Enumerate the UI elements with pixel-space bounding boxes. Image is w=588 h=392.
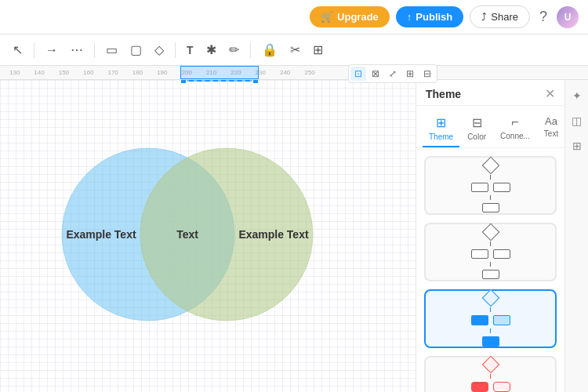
mini-diamond <box>481 355 499 373</box>
mini-rect <box>493 315 510 325</box>
cut-tool[interactable]: ✂ <box>285 39 305 60</box>
right-panel: Theme ✕ ⊞ Theme ⊟ Color ⌐ Conne... Aa Te… <box>416 80 564 392</box>
theme-preview-formal <box>471 358 510 393</box>
toolbar: ↖ → ⋯ ▭ ▢ ◇ T ✱ ✏ 🔒 ✂ ⊞ <box>0 34 588 66</box>
separator <box>94 42 95 58</box>
mini-connector <box>490 195 492 200</box>
color-tab-icon: ⊟ <box>472 115 482 130</box>
far-right-panel: ✦ ◫ ⊞ <box>564 80 588 392</box>
theme-grid: Formal <box>416 148 564 392</box>
svg-text:Text: Text <box>176 228 198 241</box>
canvas[interactable]: Example Text Text Example Text <box>0 80 416 392</box>
mini-rect <box>493 183 510 192</box>
mini-rect <box>471 183 488 192</box>
ruler-mark: 150 <box>59 69 69 76</box>
svg-text:Example Text: Example Text <box>238 228 309 241</box>
upgrade-icon: 🛒 <box>321 11 333 23</box>
mini-diamond <box>481 223 499 241</box>
mini-row <box>471 249 510 259</box>
rounded-rect-tool[interactable]: ▢ <box>125 39 147 60</box>
mini-connector <box>490 262 492 267</box>
selection-line <box>189 80 250 82</box>
mini-rect <box>482 203 499 212</box>
rect-tool[interactable]: ▭ <box>101 39 122 60</box>
theme-tab-icon: ⊞ <box>436 115 446 130</box>
cursor-tool[interactable]: ↖ <box>8 39 27 60</box>
shape-tool[interactable]: ◇ <box>150 39 169 60</box>
ruler: 130 140 150 160 170 180 190 200 210 220 … <box>0 66 588 80</box>
theme-card-formal[interactable]: Formal <box>424 356 557 392</box>
dashed-line-tool[interactable]: ⋯ <box>66 39 88 60</box>
star-tool[interactable]: ✱ <box>201 39 221 60</box>
mini-diamond <box>481 289 499 307</box>
lock-tool[interactable]: 🔒 <box>257 39 282 60</box>
pen-tool[interactable]: ✏ <box>224 39 244 60</box>
mini-rect <box>493 249 510 259</box>
ruler-mark: 180 <box>132 69 143 76</box>
ruler-mark: 250 <box>304 69 314 76</box>
zoom-expand-btn[interactable]: ⤢ <box>385 67 401 81</box>
share-icon: ⤴ <box>481 11 487 23</box>
sparkle-button[interactable]: ✦ <box>569 86 585 105</box>
mini-rect <box>471 315 488 325</box>
zoom-page-btn[interactable]: ⊠ <box>368 67 383 81</box>
avatar[interactable]: U <box>557 6 579 28</box>
zoom-in-btn[interactable]: ⊞ <box>402 67 418 81</box>
ruler-mark: 130 <box>9 69 20 76</box>
close-panel-button[interactable]: ✕ <box>545 88 555 100</box>
layers-button[interactable]: ◫ <box>568 111 585 130</box>
upgrade-button[interactable]: 🛒 Upgrade <box>310 6 390 27</box>
text-tool[interactable]: T <box>182 41 198 60</box>
panel-tabs: ⊞ Theme ⊟ Color ⌐ Conne... Aa Text <box>416 106 564 148</box>
mini-diamond <box>481 156 499 174</box>
svg-text:Example Text: Example Text <box>66 228 136 241</box>
mini-connector <box>490 374 492 379</box>
mini-rect <box>471 382 488 392</box>
mini-rect <box>493 382 510 392</box>
mini-row <box>471 183 510 192</box>
mini-connector <box>490 175 492 180</box>
theme-preview-2 <box>471 226 510 279</box>
theme-card-default2[interactable] <box>424 223 557 281</box>
theme-preview-1 <box>471 159 510 212</box>
mini-row <box>471 382 510 392</box>
arrow-tool[interactable]: → <box>41 40 63 60</box>
share-button[interactable]: ⤴ Share <box>470 5 530 28</box>
text-tab-icon: Aa <box>545 115 557 127</box>
mini-connector <box>490 328 492 333</box>
upgrade-label: Upgrade <box>337 11 379 23</box>
tab-theme[interactable]: ⊞ Theme <box>423 111 459 147</box>
color-tab-label: Color <box>467 132 486 141</box>
help-button[interactable]: ? <box>536 5 550 28</box>
publish-button[interactable]: ↑ Publish <box>396 6 463 27</box>
handle <box>180 80 187 84</box>
venn-diagram: Example Text Text Example Text <box>23 144 352 328</box>
handle <box>252 80 259 84</box>
theme-card-default1[interactable] <box>424 156 557 215</box>
separator <box>175 42 176 58</box>
zoom-strip: ⊡ ⊠ ⤢ ⊞ ⊟ <box>348 64 437 83</box>
tab-text[interactable]: Aa Text <box>538 111 564 147</box>
mini-rect <box>482 270 499 279</box>
zoom-fit-btn[interactable]: ⊡ <box>350 67 366 81</box>
ruler-mark: 240 <box>280 69 290 76</box>
panel-title: Theme <box>426 88 461 100</box>
topbar: 🛒 Upgrade ↑ Publish ⤴ Share ? U <box>0 0 588 34</box>
tab-connector[interactable]: ⌐ Conne... <box>494 111 536 147</box>
publish-icon: ↑ <box>407 11 412 23</box>
connector-tab-icon: ⌐ <box>511 115 518 129</box>
zoom-out-btn[interactable]: ⊟ <box>419 67 435 81</box>
theme-card-blue[interactable] <box>424 289 557 348</box>
panel-header: Theme ✕ <box>416 80 564 106</box>
table-tool[interactable]: ⊞ <box>308 39 328 60</box>
ruler-mark: 160 <box>83 69 93 76</box>
ruler-mark: 140 <box>34 69 44 76</box>
ruler-mark: 190 <box>157 69 167 76</box>
publish-label: Publish <box>416 11 452 23</box>
connector-tab-label: Conne... <box>500 132 530 140</box>
tab-color[interactable]: ⊟ Color <box>461 111 492 147</box>
separator <box>34 42 34 58</box>
mini-rect <box>471 249 488 259</box>
grid-button[interactable]: ⊞ <box>569 136 585 155</box>
share-label: Share <box>491 11 518 23</box>
